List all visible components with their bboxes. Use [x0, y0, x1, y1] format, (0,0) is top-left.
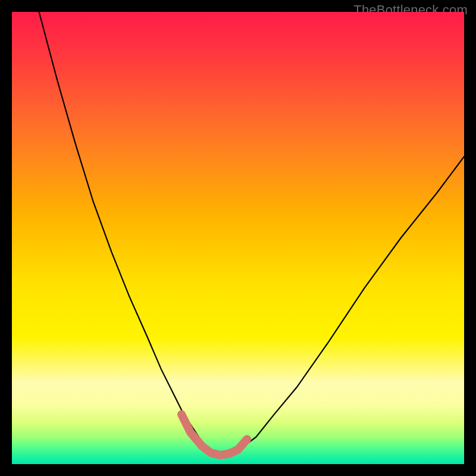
chart-canvas: TheBottleneck.com — [0, 0, 476, 476]
optimal-highlight — [181, 414, 247, 455]
chart-svg — [12, 12, 464, 464]
bottleneck-curve — [39, 12, 464, 455]
